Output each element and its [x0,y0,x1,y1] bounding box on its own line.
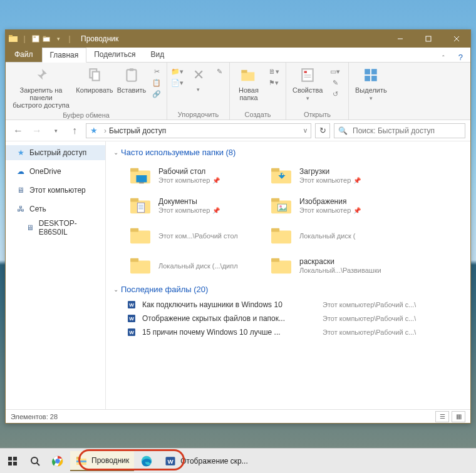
group-recent-label: Последние файлы (20) [121,285,208,294]
pin-button[interactable]: Закрепить на панели быстрого доступа [9,64,73,110]
maximize-button[interactable] [414,30,442,48]
svg-rect-11 [93,72,100,81]
delete-button[interactable]: ✕ ▾ [187,64,209,109]
breadcrumb-sep-icon: › [101,126,109,135]
refresh-button[interactable]: ↻ [315,123,330,138]
title-bar[interactable]: | ▾ | Проводник [6,30,470,48]
folder-path: Этот компьютер [299,206,351,214]
status-bar: Элементов: 28 ☰ ▦ [6,409,470,423]
svg-rect-17 [304,71,307,73]
tab-home[interactable]: Главная [42,48,87,63]
moveto-icon[interactable]: 📁▾ [171,66,184,76]
forward-button[interactable]: → [29,123,44,138]
newfolder-icon [239,65,259,85]
word-doc-icon: W [126,299,137,310]
folder-item[interactable]: Загрузки Этот компьютер📌 [267,161,408,191]
taskbar-edge[interactable] [137,451,157,471]
copy-button[interactable]: Копировать [76,64,113,110]
create-caption: Создать [234,109,282,120]
delete-icon: ✕ [189,65,209,85]
svg-rect-54 [8,457,12,460]
svg-rect-31 [130,198,138,202]
newitem-icon[interactable]: 🗎▾ [267,66,280,76]
address-drop-icon[interactable]: v [300,127,311,134]
svg-rect-3 [34,37,36,38]
nav-quick-access[interactable]: ★ Быстрый доступ [6,145,105,160]
ribbon-collapse-icon[interactable]: ˆ [436,54,451,62]
folder-item[interactable]: Локальный диск (...\дипл [126,251,267,281]
qat-properties-icon[interactable] [31,34,41,44]
cut-icon[interactable]: ✂ [150,66,163,76]
tab-file[interactable]: Файл [6,47,42,62]
folder-item[interactable]: раскраски Локальный...\Развивашки [267,251,408,281]
properties-button[interactable]: Свойства ▾ [290,64,325,109]
start-button[interactable] [3,451,23,471]
nav-network-host[interactable]: 🖥 DESKTOP-E86S0IL [6,216,105,239]
copypath-icon[interactable]: 📋 [150,78,163,88]
folder-icon [269,253,294,278]
history-icon[interactable]: ↺ [329,89,341,99]
folder-name: Изображения [299,197,361,206]
tab-share[interactable]: Поделиться [86,47,143,62]
recent-dropdown[interactable]: ▾ [48,123,63,138]
status-count: Элементов: 28 [11,413,58,420]
rename-icon[interactable]: ✎ [213,66,225,76]
search-box[interactable]: 🔍 [334,123,465,138]
search-input[interactable] [351,126,465,136]
copyto-icon[interactable]: 📄▾ [171,78,184,88]
taskbar-explorer[interactable]: Проводник [70,451,134,471]
newfolder-button[interactable]: Новая папка [234,64,264,109]
select-icon [361,65,381,85]
qat-newfolder-icon[interactable] [42,34,52,44]
folder-item[interactable]: Изображения Этот компьютер📌 [267,191,408,221]
svg-rect-25 [130,168,138,172]
folder-item[interactable]: Этот ком...\Рабочий стол [126,221,267,251]
minimize-button[interactable] [386,30,414,48]
svg-rect-2 [33,36,39,43]
group-recent[interactable]: ⌄ Последние файлы (20) [108,281,470,298]
edit-icon[interactable]: ✎ [329,78,341,88]
select-button[interactable]: Выделить ▾ [353,64,390,109]
word-icon: W [164,455,177,467]
svg-rect-56 [8,462,12,465]
svg-rect-0 [9,36,18,42]
tab-view[interactable]: Вид [143,47,172,62]
folder-item[interactable]: Документы Этот компьютер📌 [126,191,267,221]
taskbar-word[interactable]: W Отображение скр... [159,451,253,471]
close-button[interactable] [442,30,470,48]
nav-network[interactable]: 🖧 Сеть [6,201,105,216]
svg-rect-64 [76,460,86,462]
view-details-button[interactable]: ☰ [435,411,449,422]
nav-onedrive[interactable]: ☁ OneDrive [6,164,105,179]
group-frequent[interactable]: ⌄ Часто используемые папки (8) [108,144,470,161]
svg-rect-15 [241,70,247,73]
pin-icon: 📌 [353,207,361,214]
view-large-button[interactable]: ▦ [452,411,465,422]
nav-thispc[interactable]: 🖥 Этот компьютер [6,183,105,198]
up-button[interactable]: ↑ [67,123,82,138]
recent-file[interactable]: W Как подключить наушники в Windows 10 Э… [126,298,465,312]
breadcrumb-text[interactable]: Быстрый доступ [109,126,166,135]
taskbar-search-button[interactable] [25,451,45,471]
app-icon [8,34,18,44]
paste-button[interactable]: Вставить [116,64,147,110]
taskbar: Проводник W Отображение скр... [0,448,476,473]
back-button[interactable]: ← [11,123,26,138]
group-frequent-label: Часто используемые папки (8) [121,148,235,157]
folder-path: Этот компьютер [158,206,210,214]
taskbar-chrome[interactable] [48,451,68,471]
folder-item[interactable]: Локальный диск ( [267,221,408,251]
open-icon[interactable]: ▭▾ [329,66,341,76]
folder-item[interactable]: Рабочий стол Этот компьютер📌 [126,161,267,191]
pasteshort-icon[interactable]: 🔗 [150,89,163,99]
qat-dropdown-icon[interactable]: ▾ [53,34,63,44]
paste-icon [122,65,142,85]
recent-file[interactable]: W 15 причин почему Windows 10 лучше ... … [126,325,465,339]
ribbon-tabs: Файл Главная Поделиться Вид ˆ ? [6,48,470,63]
help-icon[interactable]: ? [451,53,470,62]
easyaccess-icon[interactable]: ⚑▾ [267,78,280,88]
pin-icon: 📌 [212,177,220,184]
folder-name: Документы [158,197,220,206]
recent-file[interactable]: W Отображение скрытых файлов и папок... … [126,312,465,325]
address-bar[interactable]: ★ › Быстрый доступ v [86,123,311,138]
